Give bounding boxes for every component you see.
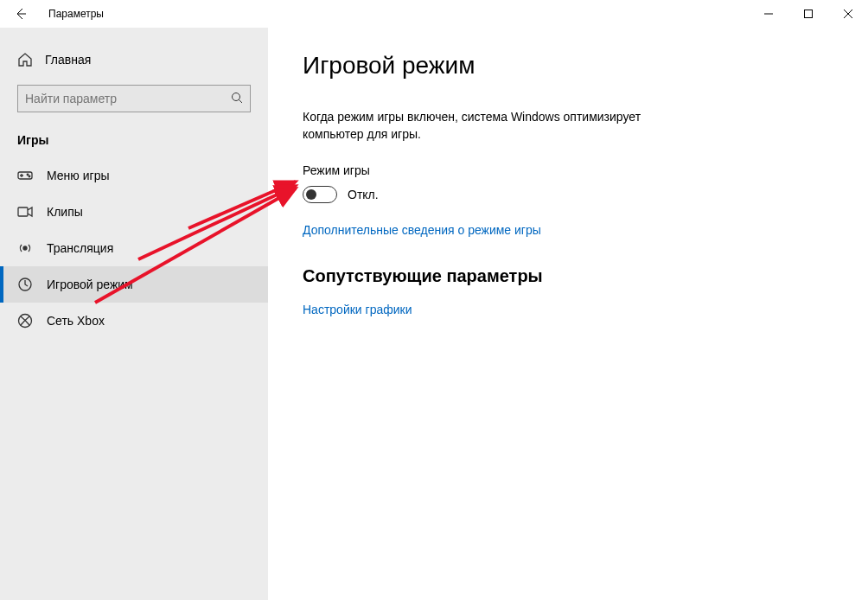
related-heading: Сопутствующие параметры [303,266,833,286]
toggle-row: Откл. [303,186,833,203]
xbox-icon [17,313,33,329]
window-title: Параметры [48,8,104,20]
sidebar-item-label: Трансляция [47,241,113,255]
search-box[interactable] [17,85,251,112]
home-button[interactable]: Главная [0,45,268,74]
sidebar-item-game-bar[interactable]: Меню игры [0,157,268,194]
captures-icon [17,204,33,220]
back-button[interactable] [7,0,35,28]
titlebar-left: Параметры [7,0,104,28]
graphics-settings-link[interactable]: Настройки графики [303,303,412,316]
home-icon [17,52,33,67]
sidebar-item-captures[interactable]: Клипы [0,194,268,230]
page-title: Игровой режим [303,52,833,80]
svg-rect-5 [18,207,28,216]
toggle-state-label: Откл. [348,188,379,201]
sidebar: Главная Игры Меню игры Клипы Транс [0,28,268,600]
page-description: Когда режим игры включен, система Window… [303,109,683,143]
svg-point-6 [23,246,27,250]
minimize-button[interactable] [749,0,788,28]
search-input[interactable] [25,92,231,105]
window-controls [749,0,868,28]
main-panel: Игровой режим Когда режим игры включен, … [268,28,868,600]
category-label: Игры [0,112,268,157]
game-mode-toggle[interactable] [303,186,337,203]
sidebar-item-game-mode[interactable]: Игровой режим [0,266,268,303]
broadcasting-icon [17,240,33,256]
content: Главная Игры Меню игры Клипы Транс [0,28,868,600]
game-mode-icon [17,277,33,292]
sidebar-item-broadcasting[interactable]: Трансляция [0,230,268,266]
svg-point-4 [29,176,30,177]
svg-point-1 [233,93,240,100]
toggle-knob [306,189,316,200]
search-icon [231,92,243,106]
svg-point-3 [27,174,29,176]
home-label: Главная [45,53,91,67]
more-info-link[interactable]: Дополнительные сведения о режиме игры [303,223,541,237]
titlebar: Параметры [0,0,868,28]
svg-rect-0 [805,10,813,18]
sidebar-item-xbox-networking[interactable]: Сеть Xbox [0,303,268,339]
close-button[interactable] [828,0,868,28]
game-bar-icon [17,168,33,183]
sidebar-item-label: Сеть Xbox [47,314,105,328]
sidebar-item-label: Игровой режим [47,278,133,291]
maximize-button[interactable] [788,0,828,28]
sidebar-item-label: Клипы [47,205,83,219]
toggle-section-label: Режим игры [303,163,833,177]
sidebar-item-label: Меню игры [47,169,110,182]
